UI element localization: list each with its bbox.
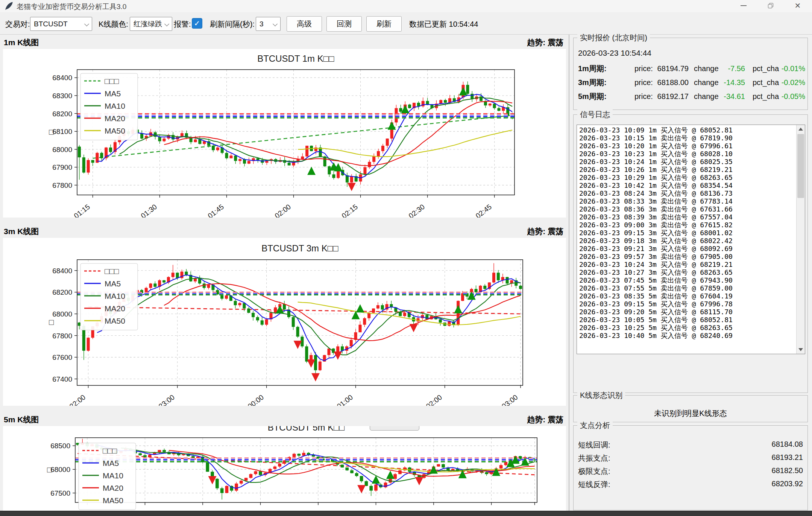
- minimize-button[interactable]: [732, 0, 756, 11]
- arrow-up-icon: [798, 128, 803, 131]
- svg-text:68200: 68200: [52, 288, 72, 296]
- svg-text:68200: 68200: [52, 110, 72, 118]
- svg-text:MA50: MA50: [103, 496, 123, 505]
- app-feather-icon: [5, 2, 14, 11]
- candle-color-select[interactable]: 红涨绿跌: [130, 17, 172, 31]
- svg-text:MA5: MA5: [103, 459, 119, 467]
- svg-text:□□□: □□□: [105, 267, 119, 276]
- svg-text:BTCUSDT 3m K□□: BTCUSDT 3m K□□: [261, 243, 338, 253]
- pair-label: 交易对:: [5, 19, 30, 29]
- signal-log-group-title: 信号日志: [577, 110, 613, 120]
- 5m-kline-chart: 67500680006850019:0020:0021:0022:0023:00…: [3, 426, 566, 511]
- pivot-row: 极限支点:68182.50: [578, 466, 803, 476]
- scroll-thumb[interactable]: [797, 134, 804, 198]
- candle-color-label: K线颜色:: [99, 19, 128, 29]
- alarm-label: 报警:: [174, 19, 191, 29]
- svg-text:MA50: MA50: [105, 126, 125, 135]
- quotes-group-title: 实时报价 (北京时间): [577, 33, 650, 43]
- chevron-down-icon: [273, 21, 278, 26]
- pivot-row: 短线回调:68184.08: [578, 440, 803, 450]
- svg-text:68400: 68400: [52, 74, 72, 82]
- chevron-down-icon: [164, 21, 169, 26]
- signal-log-lines: 2026-03-23 10:09 1m 买入信号 @ 68052.81 2026…: [579, 126, 795, 339]
- scroll-down-button[interactable]: [797, 346, 805, 354]
- scroll-up-button[interactable]: [797, 125, 805, 133]
- pattern-groupbox: K线形态识别 未识别到明显K线形态: [573, 395, 808, 422]
- svg-text:□: □: [45, 467, 53, 472]
- svg-text:02:00: 02:00: [273, 203, 292, 218]
- interval-value: 3: [260, 20, 264, 28]
- trend-badge-1m: 趋势: 震荡: [527, 37, 563, 48]
- svg-text:68000: 68000: [52, 310, 72, 318]
- section-title-5m: 5m K线图: [4, 414, 39, 425]
- svg-text:23:00: 23:00: [157, 393, 176, 406]
- section-header-3m: 3m K线图 趋势: 震荡: [0, 224, 569, 238]
- svg-text:MA20: MA20: [105, 304, 125, 313]
- svg-text:67500: 67500: [50, 489, 70, 497]
- refresh-button[interactable]: 刷新: [366, 16, 402, 32]
- svg-text:02:30: 02:30: [407, 203, 426, 218]
- restore-icon: [768, 3, 773, 8]
- quote-row: 5m周期:price:68192.17change-34.61pct_cha-0…: [578, 91, 804, 102]
- alarm-checkbox[interactable]: ✓: [192, 18, 202, 29]
- pivot-groupbox: 支点分析 短线回调:68184.08共振支点:68193.21极限支点:6818…: [573, 425, 808, 510]
- chevron-down-icon: [84, 21, 89, 26]
- section-title-3m: 3m K线图: [4, 226, 39, 237]
- interval-label: 刷新间隔(秒):: [210, 19, 255, 29]
- pattern-message: 未识别到明显K线形态: [574, 408, 807, 419]
- svg-text:□□□: □□□: [103, 446, 117, 455]
- svg-text:01:30: 01:30: [140, 203, 158, 218]
- svg-text:68400: 68400: [52, 267, 72, 275]
- section-header-5m: 5m K线图 趋势: 震荡: [0, 412, 569, 426]
- signal-log-textarea[interactable]: 2026-03-23 10:09 1m 买入信号 @ 68052.81 2026…: [577, 125, 805, 354]
- signal-log-groupbox: 信号日志 2026-03-23 10:09 1m 买入信号 @ 68052.81…: [573, 114, 808, 393]
- section-header-1m: 1m K线图 趋势: 震荡: [0, 35, 569, 49]
- toolbar: 交易对: BTCUSDT K线颜色: 红涨绿跌 报警: ✓ 刷新间隔(秒): 3…: [0, 12, 812, 35]
- restore-button[interactable]: [759, 0, 783, 11]
- pivot-row: 短线反弹:68203.92: [578, 479, 803, 490]
- svg-text:03:00: 03:00: [500, 393, 519, 406]
- vertical-divider: [569, 35, 569, 511]
- pivot-group-title: 支点分析: [577, 420, 613, 431]
- pair-select[interactable]: BTCUSDT: [30, 17, 92, 31]
- svg-text:22:00: 22:00: [68, 393, 87, 406]
- svg-text:02:00: 02:00: [425, 393, 443, 406]
- svg-text:68300: 68300: [52, 92, 72, 100]
- svg-text:01:15: 01:15: [73, 203, 91, 218]
- svg-text:00:00: 00:00: [246, 393, 265, 406]
- window-title: 老猫专业加密货币交易分析工具3.0: [17, 2, 126, 12]
- svg-text:02:15: 02:15: [340, 203, 359, 218]
- trend-badge-3m: 趋势: 震荡: [527, 226, 563, 237]
- signal-log-scrollbar[interactable]: [796, 125, 805, 354]
- close-button[interactable]: ✕: [786, 0, 810, 11]
- svg-text:68500: 68500: [50, 442, 70, 450]
- pair-value: BTCUSDT: [34, 20, 68, 28]
- quote-row: 1m周期:price:68194.79change-7.56pct_cha-0.…: [578, 63, 804, 74]
- quote-row: 3m周期:price:68188.00change-14.35pct_cha-0…: [578, 77, 804, 88]
- interval-select[interactable]: 3: [256, 17, 281, 31]
- svg-text:MA5: MA5: [105, 279, 121, 288]
- svg-text:67800: 67800: [52, 181, 72, 189]
- svg-text:MA10: MA10: [105, 292, 125, 300]
- trend-badge-5m: 趋势: 震荡: [527, 414, 563, 425]
- 1m-kline-chart: 6780067900680006810068200683006840001:15…: [3, 49, 566, 218]
- svg-text:01:45: 01:45: [206, 203, 225, 218]
- chart-figure-3m: 67400676006780068000682006840022:0023:00…: [3, 238, 566, 406]
- pivot-row: 共振支点:68193.21: [578, 453, 803, 463]
- backtest-button[interactable]: 回测: [326, 16, 362, 32]
- 3m-kline-chart: 67400676006780068000682006840022:0023:00…: [3, 238, 566, 406]
- quotes-datetime: 2026-03-23 10:54:44: [578, 49, 651, 58]
- data-updated-text: 数据已更新 10:54:44: [409, 19, 478, 29]
- svg-text:68000: 68000: [52, 146, 72, 154]
- quotes-groupbox: 实时报价 (北京时间) 2026-03-23 10:54:44 1m周期:pri…: [573, 38, 808, 110]
- advanced-button[interactable]: 高级: [287, 16, 322, 32]
- svg-text:MA5: MA5: [105, 89, 121, 98]
- arrow-down-icon: [798, 348, 803, 351]
- svg-text:BTCUSDT 1m K□□: BTCUSDT 1m K□□: [257, 53, 334, 64]
- svg-text:MA10: MA10: [103, 471, 123, 480]
- chart-figure-5m: 67500680006850019:0020:0021:0022:0023:00…: [3, 426, 566, 511]
- section-title-1m: 1m K线图: [4, 37, 39, 48]
- svg-text:67600: 67600: [52, 353, 72, 361]
- svg-text:67900: 67900: [52, 163, 72, 171]
- svg-text:BTCUSDT 5m K□□: BTCUSDT 5m K□□: [268, 426, 345, 432]
